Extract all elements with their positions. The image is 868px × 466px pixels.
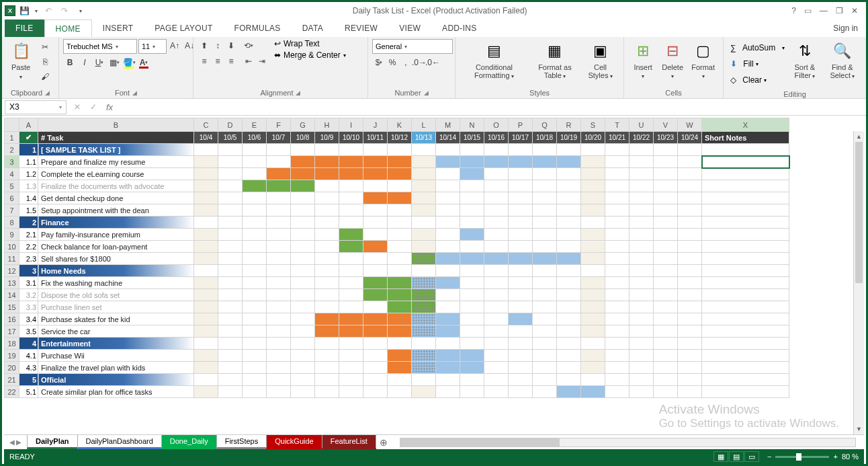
gantt-cell[interactable] (460, 362, 484, 374)
gantt-cell[interactable] (605, 386, 630, 398)
gantt-cell[interactable] (436, 301, 460, 313)
gantt-cell[interactable] (484, 350, 509, 362)
col-header-V[interactable]: V (654, 118, 678, 132)
gantt-cell[interactable] (412, 192, 436, 204)
gantt-cell[interactable] (557, 301, 581, 313)
font-color-button[interactable]: A▾ (137, 56, 150, 69)
gantt-cell[interactable] (533, 192, 557, 204)
gantt-cell[interactable] (654, 241, 678, 253)
gantt-cell[interactable] (315, 277, 339, 289)
gantt-cell[interactable] (654, 180, 678, 192)
gantt-cell[interactable] (509, 217, 533, 229)
gantt-cell[interactable] (630, 265, 654, 277)
gantt-cell[interactable] (218, 204, 243, 217)
gantt-cell[interactable] (218, 350, 243, 362)
gantt-cell[interactable] (243, 362, 267, 374)
gantt-cell[interactable] (291, 253, 315, 265)
gantt-cell[interactable] (267, 156, 291, 168)
autosum-button[interactable]: ∑ AutoSum ▾ (730, 40, 784, 55)
gantt-cell[interactable] (557, 350, 581, 362)
gantt-cell[interactable] (557, 265, 581, 277)
gantt-cell[interactable] (678, 156, 702, 168)
gantt-cell[interactable] (654, 301, 678, 313)
gantt-cell[interactable] (412, 217, 436, 229)
gantt-cell[interactable] (654, 313, 678, 325)
gantt-cell[interactable] (315, 180, 339, 192)
gantt-cell[interactable] (194, 192, 218, 204)
col-header-T[interactable]: T (605, 118, 630, 132)
gantt-cell[interactable] (267, 229, 291, 241)
gantt-cell[interactable] (243, 313, 267, 325)
gantt-cell[interactable] (339, 241, 363, 253)
gantt-cell[interactable] (581, 350, 605, 362)
gantt-cell[interactable] (557, 338, 581, 350)
gantt-cell[interactable] (678, 241, 702, 253)
scroll-down-icon[interactable]: ▼ (854, 424, 864, 434)
gantt-cell[interactable] (267, 386, 291, 398)
gantt-cell[interactable] (218, 338, 243, 350)
tab-home[interactable]: HOME (44, 20, 92, 37)
gantt-cell[interactable] (218, 301, 243, 313)
short-notes-cell[interactable] (702, 241, 789, 253)
gantt-cell[interactable] (630, 338, 654, 350)
gantt-cell[interactable] (412, 325, 436, 338)
gantt-cell[interactable] (267, 301, 291, 313)
gantt-cell[interactable] (484, 386, 509, 398)
col-header-W[interactable]: W (678, 118, 702, 132)
gantt-cell[interactable] (509, 204, 533, 217)
section-title[interactable]: [ SAMPLE TASK LIST ] (38, 144, 194, 156)
zoom-slider[interactable] (775, 456, 829, 458)
section-num[interactable]: 2 (19, 217, 38, 229)
gantt-cell[interactable] (315, 386, 339, 398)
gantt-cell[interactable] (388, 217, 412, 229)
gantt-cell[interactable] (412, 277, 436, 289)
row-header-12[interactable]: 12 (5, 265, 19, 277)
gantt-cell[interactable] (533, 217, 557, 229)
gantt-cell[interactable] (194, 229, 218, 241)
horizontal-scrollbar[interactable] (400, 438, 856, 447)
col-header-A[interactable]: A (19, 118, 38, 132)
gantt-cell[interactable] (291, 241, 315, 253)
col-header-L[interactable]: L (412, 118, 436, 132)
gantt-cell[interactable] (605, 362, 630, 374)
gantt-cell[interactable] (678, 265, 702, 277)
align-middle-icon[interactable]: ↕ (211, 39, 224, 52)
gantt-cell[interactable] (678, 374, 702, 386)
col-header-N[interactable]: N (460, 118, 484, 132)
task-name[interactable]: Prepare and finalize my resume (38, 156, 194, 168)
gantt-cell[interactable] (630, 386, 654, 398)
col-header-M[interactable]: M (436, 118, 460, 132)
gantt-cell[interactable] (218, 374, 243, 386)
gantt-cell[interactable] (460, 338, 484, 350)
gantt-cell[interactable] (267, 265, 291, 277)
tab-review[interactable]: REVIEW (334, 20, 388, 37)
gantt-cell[interactable] (363, 325, 388, 338)
gantt-cell[interactable] (509, 362, 533, 374)
gantt-cell[interactable] (654, 265, 678, 277)
save-icon[interactable]: 💾 (17, 3, 32, 18)
gantt-cell[interactable] (412, 253, 436, 265)
row-header-7[interactable]: 7 (5, 204, 19, 217)
gantt-cell[interactable] (509, 277, 533, 289)
underline-button[interactable]: U▾ (93, 56, 106, 69)
short-notes-cell[interactable] (702, 301, 789, 313)
gantt-cell[interactable] (388, 265, 412, 277)
gantt-cell[interactable] (533, 313, 557, 325)
gantt-cell[interactable] (581, 168, 605, 180)
gantt-cell[interactable] (630, 241, 654, 253)
task-name[interactable]: Setup appointment with the dean (38, 204, 194, 217)
gantt-cell[interactable] (436, 253, 460, 265)
gantt-cell[interactable] (363, 265, 388, 277)
fill-color-button[interactable]: 🪣▾ (122, 56, 136, 69)
gantt-cell[interactable] (436, 265, 460, 277)
merge-center-button[interactable]: ⬌Merge & Center▾ (274, 50, 346, 60)
gantt-cell[interactable] (363, 204, 388, 217)
gantt-cell[interactable] (630, 313, 654, 325)
gantt-cell[interactable] (630, 168, 654, 180)
gantt-cell[interactable] (436, 386, 460, 398)
col-header-K[interactable]: K (388, 118, 412, 132)
gantt-cell[interactable] (243, 386, 267, 398)
undo-icon[interactable]: ↶ (41, 3, 56, 18)
gantt-cell[interactable] (436, 277, 460, 289)
gantt-cell[interactable] (388, 144, 412, 156)
